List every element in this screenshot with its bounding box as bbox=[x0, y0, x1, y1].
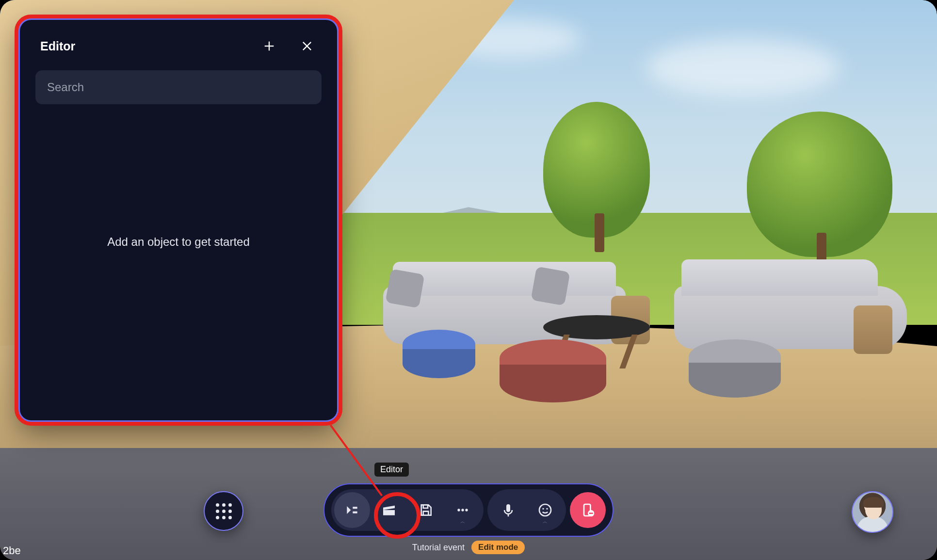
editor-header: Editor bbox=[32, 33, 325, 65]
app-viewport: Editor Add an object to get started Edit… bbox=[0, 0, 937, 560]
save-button[interactable] bbox=[408, 492, 444, 528]
more-button[interactable]: ︿ bbox=[445, 492, 481, 528]
tree bbox=[747, 112, 892, 257]
close-button[interactable] bbox=[297, 36, 317, 56]
ottoman bbox=[689, 339, 781, 398]
toolbar-group-edit: ︿ bbox=[331, 489, 484, 531]
edit-mode-badge: Edit mode bbox=[471, 541, 525, 554]
clapperboard-icon bbox=[381, 502, 397, 518]
plus-icon bbox=[262, 39, 276, 53]
search-input[interactable] bbox=[47, 80, 310, 94]
pillow bbox=[385, 269, 424, 308]
svg-point-8 bbox=[539, 504, 551, 516]
tree bbox=[543, 102, 650, 238]
add-button[interactable] bbox=[259, 36, 279, 56]
ottoman bbox=[500, 339, 606, 402]
microphone-button[interactable] bbox=[490, 492, 526, 528]
avatar-hair bbox=[863, 497, 884, 508]
scenes-button[interactable] bbox=[371, 492, 407, 528]
side-table bbox=[854, 305, 892, 354]
svg-rect-13 bbox=[589, 512, 593, 514]
toolbar-group-comm: ︿ bbox=[487, 489, 566, 531]
svg-point-6 bbox=[465, 509, 468, 511]
grid-icon bbox=[216, 503, 232, 519]
bottom-toolbar: ︿ ︿ bbox=[323, 483, 614, 537]
svg-point-4 bbox=[457, 509, 460, 511]
editor-button[interactable] bbox=[334, 492, 370, 528]
svg-point-9 bbox=[542, 508, 544, 510]
svg-point-5 bbox=[461, 509, 464, 511]
reactions-button[interactable]: ︿ bbox=[527, 492, 563, 528]
exit-edit-button[interactable] bbox=[570, 492, 606, 528]
search-box[interactable] bbox=[35, 70, 322, 104]
chevron-up-icon: ︿ bbox=[543, 518, 548, 525]
svg-point-10 bbox=[546, 508, 548, 510]
exit-icon bbox=[580, 502, 596, 518]
smile-icon bbox=[537, 502, 553, 518]
editor-tooltip: Editor bbox=[374, 463, 409, 477]
microphone-icon bbox=[501, 502, 516, 518]
ottoman bbox=[403, 330, 475, 378]
avatar-button[interactable] bbox=[852, 491, 893, 533]
coffee-table bbox=[543, 315, 650, 339]
menu-button[interactable] bbox=[204, 491, 243, 531]
event-name-label: Tutorial event bbox=[412, 543, 465, 553]
more-icon bbox=[455, 502, 470, 518]
save-icon bbox=[418, 502, 434, 518]
close-icon bbox=[300, 39, 314, 53]
pillow bbox=[531, 266, 570, 305]
chevron-up-icon: ︿ bbox=[460, 518, 465, 525]
empty-state-message: Add an object to get started bbox=[32, 109, 325, 407]
editor-title: Editor bbox=[40, 39, 75, 53]
svg-rect-7 bbox=[506, 504, 510, 512]
editor-panel: Editor Add an object to get started bbox=[18, 18, 339, 422]
corner-text: 2be bbox=[3, 544, 21, 557]
editor-icon bbox=[344, 502, 360, 518]
footer-labels: Tutorial event Edit mode bbox=[0, 541, 937, 554]
